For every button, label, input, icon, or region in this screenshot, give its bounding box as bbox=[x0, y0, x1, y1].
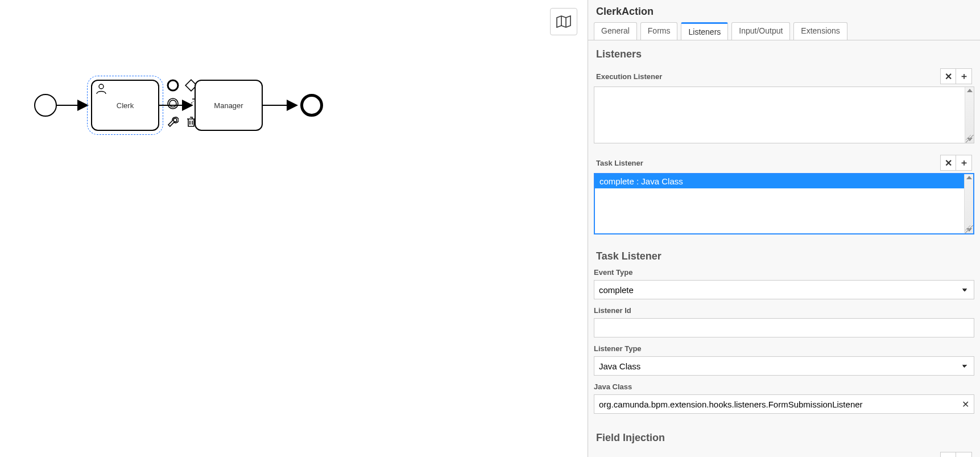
end-event-icon bbox=[167, 79, 179, 92]
fields-remove-button[interactable]: ✕ bbox=[940, 452, 956, 457]
user-task-manager[interactable]: Manager bbox=[195, 80, 263, 131]
tab-input-output[interactable]: Input/Output bbox=[731, 22, 790, 40]
fields-add-button[interactable]: ＋ bbox=[956, 452, 972, 457]
pad-wrench[interactable] bbox=[165, 114, 181, 130]
event-type-select[interactable]: complete bbox=[594, 280, 974, 299]
resize-grip[interactable] bbox=[966, 135, 974, 143]
properties-panel: Properties Panel ClerkAction General For… bbox=[588, 0, 980, 457]
listener-id-label: Listener Id bbox=[594, 306, 974, 315]
diagram-canvas[interactable]: Clerk bbox=[0, 0, 588, 457]
panel-title: ClerkAction bbox=[588, 0, 980, 22]
java-class-clear-button[interactable]: ✕ bbox=[957, 395, 974, 413]
start-event[interactable] bbox=[34, 94, 57, 117]
sequence-flow[interactable] bbox=[159, 101, 196, 109]
execution-listener-list[interactable] bbox=[594, 87, 974, 143]
end-event[interactable] bbox=[300, 94, 323, 117]
java-class-input[interactable] bbox=[594, 394, 974, 414]
section-listeners-header: Listeners bbox=[588, 40, 980, 64]
execution-listener-add-button[interactable]: ＋ bbox=[956, 68, 972, 84]
svg-point-2 bbox=[168, 80, 178, 90]
section-field-injection-header: Field Injection bbox=[588, 424, 980, 447]
bpmn-diagram: Clerk bbox=[34, 74, 375, 188]
task-listener-label: Task Listener ✕ ＋ bbox=[588, 150, 980, 173]
tab-general[interactable]: General bbox=[594, 22, 637, 40]
panel-tabs: General Forms Listeners Input/Output Ext… bbox=[588, 22, 980, 40]
tab-extensions[interactable]: Extensions bbox=[793, 22, 847, 40]
user-task-clerk[interactable]: Clerk bbox=[91, 80, 159, 131]
sequence-flow[interactable] bbox=[57, 101, 91, 109]
map-icon bbox=[556, 15, 571, 28]
execution-listener-label: Execution Listener ✕ ＋ bbox=[588, 64, 980, 87]
listener-type-select[interactable]: Java Class bbox=[594, 356, 974, 376]
task-listener-remove-button[interactable]: ✕ bbox=[940, 155, 956, 171]
execution-listener-remove-button[interactable]: ✕ bbox=[940, 68, 956, 84]
wrench-icon bbox=[167, 116, 179, 127]
listener-type-label: Listener Type bbox=[594, 344, 974, 353]
sequence-flow[interactable] bbox=[263, 101, 300, 109]
listener-id-input[interactable] bbox=[594, 318, 974, 337]
task-label: Clerk bbox=[117, 101, 134, 110]
tab-forms[interactable]: Forms bbox=[640, 22, 678, 40]
tab-listeners[interactable]: Listeners bbox=[681, 22, 728, 40]
panel-body: Listeners Execution Listener ✕ ＋ Task Li… bbox=[588, 40, 980, 457]
user-task-icon bbox=[96, 83, 107, 94]
event-type-label: Event Type bbox=[594, 268, 974, 277]
scrollbar[interactable] bbox=[964, 174, 973, 233]
task-listener-list[interactable]: complete : Java Class bbox=[594, 173, 974, 234]
java-class-label: Java Class bbox=[594, 382, 974, 391]
minimap-toggle-button[interactable] bbox=[550, 8, 577, 35]
resize-grip[interactable] bbox=[965, 225, 973, 233]
task-listener-row[interactable]: complete : Java Class bbox=[595, 174, 973, 188]
svg-point-1 bbox=[99, 84, 104, 89]
fields-label: Fields ✕ ＋ bbox=[588, 447, 980, 457]
section-task-listener-header: Task Listener bbox=[588, 242, 980, 266]
task-listener-add-button[interactable]: ＋ bbox=[956, 155, 972, 171]
properties-panel-toggle[interactable]: Properties Panel bbox=[588, 141, 588, 215]
task-label: Manager bbox=[214, 101, 243, 110]
pad-append-end-event[interactable] bbox=[165, 77, 181, 93]
